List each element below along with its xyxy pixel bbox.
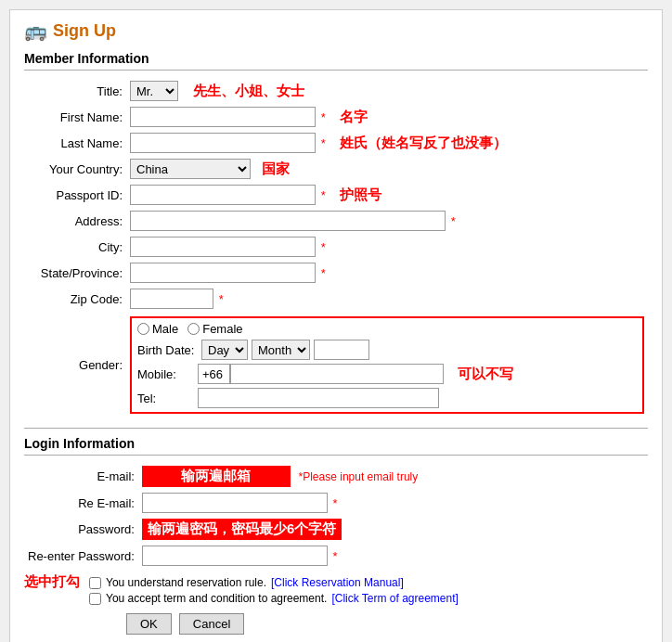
zip-label: Zip Code: (24, 286, 126, 312)
country-annotation: 国家 (262, 160, 290, 176)
lastname-row: Last Name: * 姓氏（姓名写反了也没事） (24, 130, 648, 156)
birth-label-inline: Birth Date: (137, 343, 198, 357)
passport-required: * (321, 188, 326, 202)
passport-label: Passport ID: (24, 182, 126, 208)
lastname-required: * (321, 136, 326, 150)
highlight-box: Male Female Birth Date: Day (130, 316, 644, 414)
address-input[interactable] (130, 211, 446, 231)
country-select[interactable]: China (130, 159, 251, 179)
state-required: * (321, 266, 326, 280)
firstname-input-cell: * 名字 (126, 104, 648, 130)
city-input-cell: * (126, 234, 648, 260)
zip-required: * (219, 292, 224, 306)
address-input-cell: * (126, 208, 648, 234)
lastname-annotation: 姓氏（姓名写反了也没事） (340, 135, 507, 150)
signup-title: Sign Up (53, 21, 116, 41)
country-input-cell: China 国家 (126, 156, 648, 182)
lastname-label: Last Name: (24, 130, 126, 156)
zip-input[interactable] (130, 289, 213, 309)
passport-annotation: 护照号 (340, 186, 381, 202)
zip-input-cell: * (126, 286, 648, 312)
email-label: E-mail: (24, 463, 138, 490)
mobile-row: Mobile: +66 可以不写 (137, 364, 637, 384)
password-input-cell: 输两遍密码，密码最少6个字符 (138, 516, 648, 543)
checkboxes-area: 选中打勾 You understand reservation rule. [C… (24, 573, 648, 608)
password-annotation: 输两遍密码，密码最少6个字符 (142, 519, 342, 540)
tel-input[interactable] (198, 388, 439, 408)
checkbox1-link[interactable]: [Click Reservation Manual] (271, 576, 404, 589)
city-required: * (321, 240, 326, 254)
login-section-title: Login Information (24, 436, 648, 456)
gender-male-radio[interactable] (137, 323, 149, 335)
gender-female-label[interactable]: Female (187, 322, 242, 336)
re-email-label: Re E-mail: (24, 490, 138, 516)
state-input-cell: * 随便写，汉语拼音就成 (126, 260, 648, 286)
email-note: *Please input email truly (299, 470, 419, 483)
re-password-row: Re-enter Password: * (24, 543, 648, 569)
birth-month-select[interactable]: Month (252, 340, 310, 360)
passport-input[interactable] (130, 185, 316, 205)
title-label: Title: (24, 78, 126, 104)
login-form-table: E-mail: 输两遍邮箱 *Please input email truly … (24, 463, 648, 569)
city-row: City: * (24, 234, 648, 260)
divider (24, 428, 648, 429)
checkbox1-row: You understand reservation rule. [Click … (89, 576, 459, 589)
re-password-label: Re-enter Password: (24, 543, 138, 569)
firstname-required: * (321, 110, 326, 124)
firstname-annotation: 名字 (340, 109, 368, 124)
page-wrapper: 🚌 Sign Up Member Information Title: Mr. … (9, 9, 663, 642)
checkbox1-text: You understand reservation rule. (106, 576, 266, 589)
lastname-input-cell: * 姓氏（姓名写反了也没事） (126, 130, 648, 156)
birth-row: Birth Date: Day Month (137, 340, 637, 360)
checkbox2[interactable] (89, 593, 101, 605)
cancel-button[interactable]: Cancel (179, 613, 244, 635)
password-label: Password: (24, 516, 138, 543)
lastname-input[interactable] (130, 133, 316, 153)
checkboxes-column: You understand reservation rule. [Click … (89, 573, 459, 608)
title-select[interactable]: Mr. Ms. Mrs. (130, 81, 178, 101)
city-input[interactable] (130, 237, 316, 257)
checkbox1[interactable] (89, 577, 101, 589)
email-input-cell: 输两遍邮箱 *Please input email truly (138, 463, 648, 490)
firstname-label: First Name: (24, 104, 126, 130)
gender-row: Gender: Male Female (24, 312, 648, 418)
gender-female-radio[interactable] (187, 323, 200, 335)
page-title: 🚌 Sign Up (24, 19, 648, 42)
passport-input-cell: * 护照号 (126, 182, 648, 208)
re-email-input-cell: * (138, 490, 648, 516)
checkbox-annotation: 选中打勾 (24, 573, 80, 591)
gender-female-text: Female (202, 322, 242, 336)
re-password-input[interactable] (142, 546, 328, 566)
password-row: Password: 输两遍密码，密码最少6个字符 (24, 516, 648, 543)
email-annotation: 输两遍邮箱 (142, 466, 291, 487)
gender-label: Gender: (24, 312, 126, 418)
country-label: Your Country: (24, 156, 126, 182)
checkbox2-text: You accept term and condition to agreeme… (106, 592, 327, 605)
re-email-input[interactable] (142, 493, 328, 513)
mobile-input[interactable] (230, 364, 444, 384)
login-section: Login Information E-mail: 输两遍邮箱 *Please … (24, 436, 648, 635)
re-password-required: * (333, 549, 338, 563)
buttons-row: OK Cancel (24, 613, 648, 635)
birth-day-select[interactable]: Day (201, 340, 248, 360)
gender-input-cell: Male Female Birth Date: Day (126, 312, 648, 418)
mobile-prefix: +66 (198, 364, 230, 384)
member-form-table: Title: Mr. Ms. Mrs. 先生、小姐、女士 First Name:… (24, 78, 648, 418)
gender-male-label[interactable]: Male (137, 322, 178, 336)
firstname-input[interactable] (130, 107, 316, 127)
ok-button[interactable]: OK (126, 613, 172, 635)
gender-options-row: Male Female (137, 322, 637, 336)
state-label: State/Province: (24, 260, 126, 286)
address-required: * (451, 214, 456, 228)
checkbox2-row: You accept term and condition to agreeme… (89, 592, 459, 605)
state-row: State/Province: * 随便写，汉语拼音就成 (24, 260, 648, 286)
email-row: E-mail: 输两遍邮箱 *Please input email truly (24, 463, 648, 490)
checkbox2-link[interactable]: [Click Term of agreement] (331, 592, 459, 605)
state-input[interactable] (130, 263, 316, 283)
re-email-row: Re E-mail: * (24, 490, 648, 516)
passport-row: Passport ID: * 护照号 (24, 182, 648, 208)
title-input-cell: Mr. Ms. Mrs. 先生、小姐、女士 (126, 78, 648, 104)
zip-row: Zip Code: * (24, 286, 648, 312)
firstname-row: First Name: * 名字 (24, 104, 648, 130)
birth-year-input[interactable] (314, 340, 369, 360)
